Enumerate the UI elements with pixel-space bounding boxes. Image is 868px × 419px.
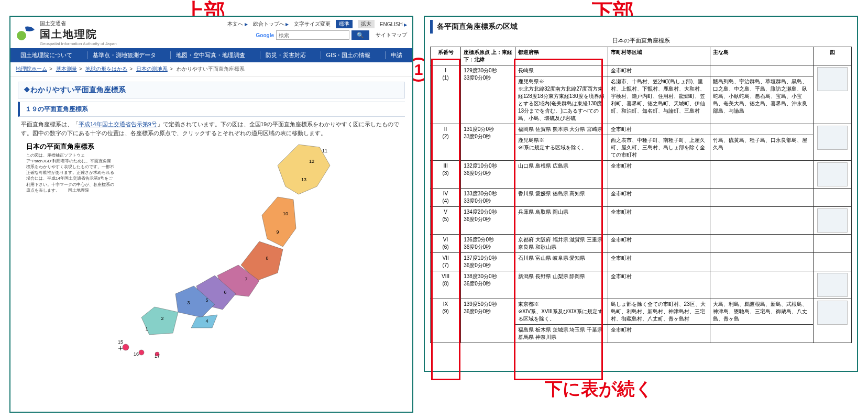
cell-islands: 大島、利島、鵜渡根島、新島、式根島、神津島、恩馳島、三宅島、御蔵島、八丈島、青ヶ…	[710, 299, 813, 325]
table-row: VII (7)137度10分0秒 36度0分0秒石川県 富山県 岐阜県 愛知県全…	[431, 253, 852, 271]
cell-islands: 竹島、硫黄島、種子島、口永良部島、屋久島	[710, 135, 813, 161]
svg-text:10: 10	[283, 211, 288, 216]
svg-text:16: 16	[134, 351, 139, 357]
cell-area: 全市町村	[608, 235, 710, 253]
nav-about[interactable]: 国土地理院について	[15, 51, 78, 59]
cell-sys: III (3)	[431, 161, 461, 189]
cell-fig[interactable]	[814, 207, 852, 235]
cell-origin: 137度10分0秒 36度0分0秒	[461, 253, 515, 271]
search-button[interactable]: 🔍	[351, 30, 369, 40]
cell-fig[interactable]	[814, 161, 852, 189]
mini-map-icon	[817, 208, 848, 233]
table-row: V (5)134度20分0秒 36度0分0秒兵庫県 鳥取県 岡山県全市町村	[431, 207, 852, 235]
cell-islands	[710, 207, 813, 235]
sitemap-link[interactable]: サイトマップ	[376, 31, 407, 39]
nav-disaster[interactable]: 防災・災害対応	[260, 51, 311, 59]
cell-origin: 129度30分0秒 33度0分0秒	[461, 65, 515, 124]
cell-pref: 東京都※ ※XIV系、XVIII系及びXIX系に規定する区域を除く。	[515, 299, 608, 325]
cell-area: 全市町村	[608, 325, 710, 343]
svg-text:4: 4	[205, 318, 208, 324]
cell-fig[interactable]	[814, 189, 852, 207]
cell-islands	[710, 161, 813, 189]
cell-pref: 京都府 大阪府 福井県 滋賀県 三重県 奈良県 和歌山県	[515, 235, 608, 253]
table-title: 日本の平面直角座標系	[425, 37, 857, 45]
cell-sys: VII (7)	[431, 253, 461, 271]
cell-area: 西之表市、中種子町、南種子町、上屋久町、屋久町、三島村、島しょ部を除く全ての市町…	[608, 135, 710, 161]
table-header-row: 系番号 座標系原点 上：東経 下：北緯 都道府県 市町村等区域 主な島 図	[431, 47, 852, 65]
mini-map-icon	[817, 126, 848, 150]
search-engine-label: Google	[256, 32, 274, 38]
bc-0[interactable]: 地理院ホーム	[16, 66, 47, 72]
cell-area: 全市町村	[608, 124, 710, 135]
cell-area: 名瀬市、十島村、笠沙町(島しょ部)、里村、上甑村、下甑村、鹿島村、大和村、宇検村…	[608, 76, 710, 124]
nav-maps[interactable]: 地図・空中写真・地理調査	[170, 51, 250, 59]
table-row: VIII (8)138度30分0秒 36度0分0秒新潟県 長野県 山梨県 静岡県…	[431, 271, 852, 299]
intro-paragraph: 平面直角座標系は、「平成14年国土交通省告示第9号」で定義されています。下の図は…	[21, 120, 402, 138]
cell-fig[interactable]	[814, 253, 852, 271]
bc-1[interactable]: 基本測量	[56, 66, 77, 72]
page-title: わかりやすい平面直角座標系	[18, 82, 405, 98]
th-fig: 図	[814, 47, 852, 65]
cell-fig[interactable]	[814, 271, 852, 299]
svg-text:1: 1	[145, 326, 148, 332]
svg-text:2: 2	[161, 316, 163, 321]
cell-sys: VI (6)	[431, 235, 461, 253]
cell-pref: 鹿児島県※ ※北方北緯32度南方北緯27度西方東経128度18分東方東経130度…	[515, 76, 608, 124]
svg-text:17: 17	[155, 354, 160, 359]
svg-text:13: 13	[301, 177, 306, 182]
bc-sep: >	[79, 66, 82, 72]
bc-sep: >	[129, 66, 133, 72]
cell-islands	[710, 325, 813, 343]
svg-text:11: 11	[322, 148, 327, 153]
bc-current: わかりやすい平面直角座標系	[177, 66, 245, 72]
cell-fig[interactable]	[814, 299, 852, 343]
svg-text:15: 15	[118, 339, 123, 345]
gsi-logo-icon	[16, 25, 37, 41]
mini-map-icon	[817, 67, 848, 91]
english-link[interactable]: ENGLISH	[380, 21, 407, 27]
nav-gis[interactable]: GIS・国土の情報	[321, 51, 376, 59]
org-name-en: Geospatial Information Authority of Japa…	[40, 41, 117, 46]
bc-3[interactable]: 日本の測地系	[136, 66, 168, 72]
cell-islands: 甑島列島、宇治群島、草垣群島、黒島、口之島、中之島、平島、諏訪之瀬島、臥蛇島、小…	[710, 76, 813, 124]
cell-pref: 新潟県 長野県 山梨県 静岡県	[515, 271, 608, 299]
cell-area: 島しょ部を除く全ての市町村、23区、大島町、利島村、新島村、神津島村、三宅村、御…	[608, 299, 710, 325]
bc-2[interactable]: 地球の形をはかる	[85, 66, 127, 72]
cell-origin: 134度20分0秒 36度0分0秒	[461, 207, 515, 235]
svg-text:7: 7	[245, 277, 247, 282]
notice-link[interactable]: 平成14年国土交通省告示第9号	[79, 121, 157, 127]
fontsize-standard-button[interactable]: 標準	[336, 20, 353, 28]
nav-datum[interactable]: 基準点・測地観測データ	[87, 51, 161, 59]
cell-origin: 131度0分0秒 33度0分0秒	[461, 124, 515, 161]
skip-to-content-link[interactable]: 本文へ	[227, 20, 247, 28]
cell-islands	[710, 189, 813, 207]
svg-text:12: 12	[309, 159, 314, 164]
org-name: 国土地理院	[40, 27, 117, 41]
cell-pref: 山口県 島根県 広島県	[515, 161, 608, 189]
top-page-link[interactable]: 総合トップへ	[253, 20, 289, 28]
cell-fig[interactable]	[814, 124, 852, 161]
fontsize-large-button[interactable]: 拡大	[358, 20, 375, 28]
svg-text:9: 9	[276, 229, 279, 235]
zone-table: 系番号 座標系原点 上：東経 下：北緯 都道府県 市町村等区域 主な島 図 I …	[430, 47, 852, 343]
nav-apply[interactable]: 申請	[385, 51, 408, 59]
bc-sep: >	[49, 66, 52, 72]
bottom-note: 下に表が続く	[545, 377, 653, 401]
japan-map[interactable]: 1213 109 87 65 43 21 151617 11	[105, 137, 388, 362]
cell-area: 全市町村	[608, 65, 710, 76]
cell-pref: 香川県 愛媛県 徳島県 高知県	[515, 189, 608, 207]
cell-pref: 福岡県 佐賀県 熊本県 大分県 宮崎県	[515, 124, 608, 135]
table-row: I (1)129度30分0秒 33度0分0秒長崎県全市町村	[431, 65, 852, 76]
breadcrumb: 地理院ホーム> 基本測量> 地球の形をはかる> 日本の測地系> わかりやすい平面…	[10, 62, 412, 76]
cell-sys: V (5)	[431, 207, 461, 235]
mini-map-icon	[817, 162, 848, 186]
cell-fig[interactable]	[814, 65, 852, 124]
cell-islands	[710, 253, 813, 271]
search-input[interactable]	[276, 30, 349, 40]
intro-pre: 平面直角座標系は、「	[21, 121, 79, 127]
site-header: 国土交通省 国土地理院 Geospatial Information Autho…	[10, 17, 412, 48]
cell-sys: I (1)	[431, 65, 461, 124]
logo[interactable]: 国土交通省 国土地理院 Geospatial Information Autho…	[16, 20, 117, 46]
th-area: 市町村等区域	[608, 47, 710, 65]
cell-fig[interactable]	[814, 235, 852, 253]
